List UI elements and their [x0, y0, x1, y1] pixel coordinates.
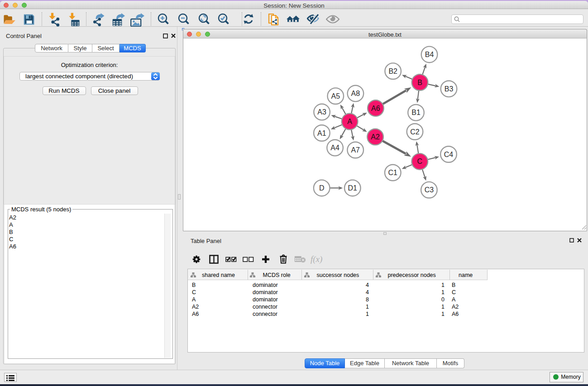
svg-text:D: D: [319, 184, 325, 192]
svg-text:A8: A8: [351, 90, 360, 97]
svg-text:C: C: [417, 157, 423, 165]
svg-text:C3: C3: [425, 186, 434, 194]
svg-text:A4: A4: [330, 144, 339, 152]
svg-text:A5: A5: [331, 92, 340, 100]
svg-text:A3: A3: [317, 108, 326, 116]
svg-text:A: A: [347, 118, 352, 125]
svg-text:A1: A1: [317, 129, 326, 137]
svg-text:B3: B3: [445, 85, 454, 93]
svg-text:C4: C4: [444, 151, 454, 158]
svg-text:A2: A2: [371, 133, 380, 141]
svg-text:B: B: [417, 79, 422, 86]
svg-text:C1: C1: [388, 169, 398, 176]
svg-text:A7: A7: [351, 146, 360, 154]
svg-text:B1: B1: [411, 109, 421, 116]
svg-text:B2: B2: [388, 67, 397, 75]
svg-text:A6: A6: [371, 105, 380, 112]
svg-text:B4: B4: [425, 51, 434, 58]
svg-text:D1: D1: [348, 184, 358, 192]
svg-text:C2: C2: [410, 128, 420, 136]
